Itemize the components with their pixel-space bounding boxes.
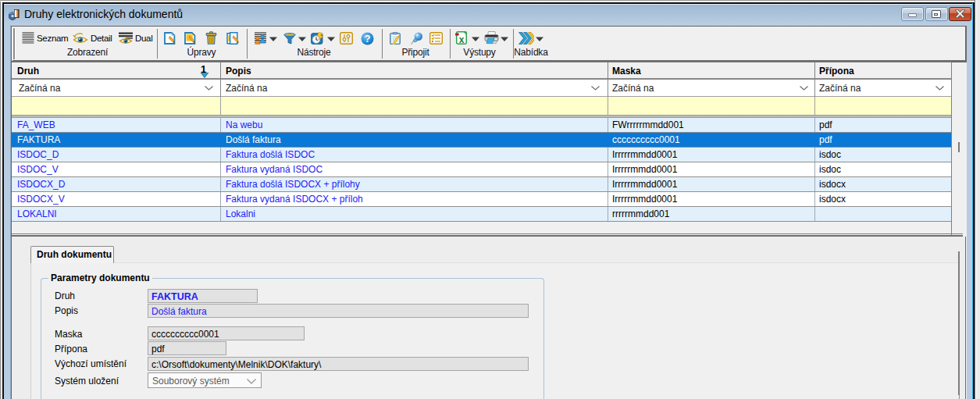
svg-text:?: ? <box>365 34 371 45</box>
svg-text:x: x <box>459 34 465 45</box>
